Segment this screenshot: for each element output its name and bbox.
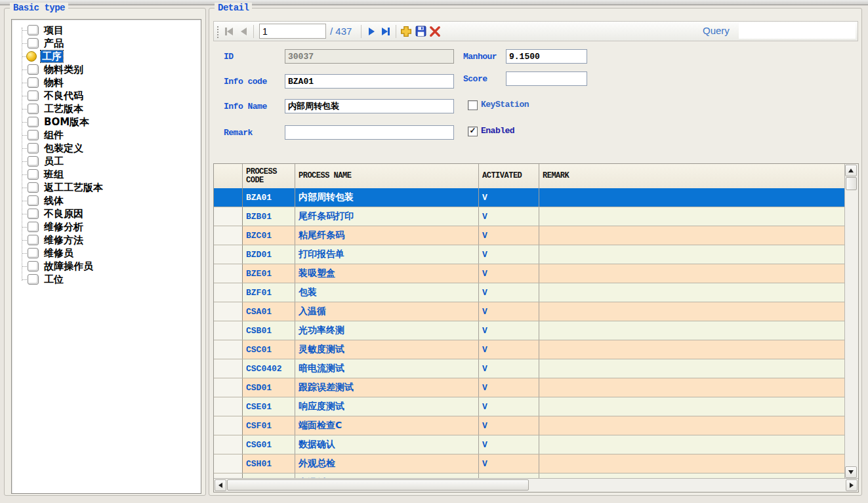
table-row[interactable]: CSF01 端面检查C V	[214, 416, 845, 435]
header-process-code[interactable]: PROCESS CODE	[243, 164, 295, 188]
current-record-input[interactable]	[259, 24, 326, 39]
table-row[interactable]: CSG01 数据确认 V	[214, 435, 845, 454]
tree-item[interactable]: BOM版本	[12, 115, 201, 129]
header-remark[interactable]: REMARK	[539, 164, 845, 188]
toolbar-grip[interactable]	[216, 25, 219, 38]
table-row[interactable]: CSB01 光功率终测 V	[214, 321, 845, 340]
tree-item[interactable]: 包装定义	[12, 142, 201, 155]
horizontal-scrollbar[interactable]	[214, 478, 858, 492]
query-button[interactable]: Query	[703, 25, 730, 36]
vertical-scrollbar[interactable]	[844, 164, 858, 479]
row-selector-cell[interactable]	[214, 378, 243, 397]
row-selector-cell[interactable]	[214, 435, 243, 454]
remark-field[interactable]	[285, 125, 454, 140]
row-selector-cell[interactable]	[214, 359, 243, 378]
table-row[interactable]: CSE01 响应度测试 V	[214, 397, 845, 416]
delete-record-button[interactable]	[428, 24, 442, 39]
table-row[interactable]: CSH01 外观总检 V	[214, 454, 845, 473]
row-selector-cell[interactable]	[214, 321, 243, 340]
process-code-cell: CSC01	[246, 345, 272, 355]
previous-record-button[interactable]	[236, 24, 251, 39]
table-row[interactable]: CSD01 跟踪误差测试 V	[214, 378, 845, 397]
info-code-field[interactable]	[285, 74, 454, 89]
activated-cell: V	[482, 326, 487, 336]
scroll-down-button[interactable]	[845, 466, 857, 478]
process-name-cell: 入温循	[299, 306, 326, 317]
row-selector-cell[interactable]	[214, 283, 243, 302]
row-selector-cell[interactable]	[214, 340, 243, 359]
last-record-button[interactable]	[379, 24, 393, 39]
process-name-cell: 端面检查C	[299, 420, 342, 432]
tree-item[interactable]: 产品	[12, 37, 201, 50]
tree-item[interactable]: 工艺版本	[12, 102, 201, 115]
info-code-label: Info code	[224, 77, 267, 87]
table-row[interactable]: BZA01 内部周转包装 V	[214, 188, 845, 207]
row-selector-cell[interactable]	[214, 226, 243, 245]
tree-item[interactable]: 维修分析	[12, 220, 201, 233]
add-record-button[interactable]	[399, 24, 413, 39]
activated-cell: V	[482, 440, 487, 450]
header-activated[interactable]: ACTIVATED	[479, 164, 539, 188]
table-row[interactable]: CSC01 灵敏度测试 V	[214, 340, 845, 359]
table-row[interactable]: CSA01 入温循 V	[214, 302, 845, 321]
table-row[interactable]: BZB01 尾纤条码打印 V	[214, 207, 845, 226]
keystation-label: KeyStation	[481, 100, 529, 110]
keystation-checkbox[interactable]	[468, 100, 478, 110]
query-input[interactable]	[739, 23, 856, 39]
tree-item[interactable]: 返工工艺版本	[12, 181, 201, 194]
tree-item[interactable]: 物料	[12, 76, 201, 89]
row-selector-cell[interactable]	[214, 245, 243, 264]
save-record-button[interactable]	[413, 24, 428, 39]
header-process-name[interactable]: PROCESS NAME	[295, 164, 479, 188]
row-selector-cell[interactable]	[214, 397, 243, 416]
tree-item[interactable]: 不良代码	[12, 89, 201, 102]
row-selector-cell[interactable]	[214, 416, 243, 435]
scroll-right-button[interactable]	[846, 479, 858, 491]
activated-cell: V	[482, 421, 487, 431]
row-selector-cell[interactable]	[214, 454, 243, 473]
process-code-cell: CSD01	[246, 383, 272, 393]
row-selector-cell[interactable]	[214, 207, 243, 226]
tree-item-label: 组件	[43, 129, 65, 141]
manhour-field[interactable]	[506, 49, 587, 64]
tree-item[interactable]: 工位	[12, 273, 201, 286]
table-row[interactable]: BZF01 包装 V	[214, 283, 845, 302]
process-code-cell: BZC01	[246, 231, 272, 241]
scroll-up-button[interactable]	[845, 165, 857, 176]
table-row[interactable]: BZC01 粘尾纤条码 V	[214, 226, 845, 245]
tree-item[interactable]: 维修方法	[12, 233, 201, 247]
tree-item[interactable]: 线体	[12, 194, 201, 207]
first-record-button[interactable]	[222, 24, 236, 39]
horizontal-scroll-thumb[interactable]	[227, 479, 529, 491]
tree-item[interactable]: 工序	[12, 50, 201, 63]
tree-item[interactable]: 故障操作员	[12, 260, 201, 273]
document-icon	[28, 235, 39, 245]
scroll-left-button[interactable]	[215, 479, 226, 491]
tree-item-label: 维修方法	[43, 234, 85, 246]
table-row[interactable]: BZD01 打印报告单 V	[214, 245, 845, 264]
tree-item[interactable]: 组件	[12, 129, 201, 142]
info-name-field[interactable]	[285, 99, 454, 113]
vertical-scroll-thumb[interactable]	[846, 177, 857, 190]
next-record-button[interactable]	[364, 24, 379, 39]
row-selector-cell[interactable]	[214, 264, 243, 283]
enabled-checkbox[interactable]	[468, 127, 478, 136]
table-row[interactable]: CSC0402 暗电流测试 V	[214, 359, 845, 378]
process-code-cell: CSF01	[246, 421, 272, 431]
tree-item[interactable]: 员工	[12, 155, 201, 168]
row-selector-cell[interactable]	[214, 188, 243, 207]
table-row[interactable]: BZE01 装吸塑盒 V	[214, 264, 845, 283]
tree-item-label: 物料	[43, 77, 65, 89]
basic-type-tree[interactable]: 项目 产品 工序 物料类别 物料 不良代码 工艺版本 BOM版本 组件 包装定义	[11, 19, 201, 494]
tree-item[interactable]: 物料类别	[12, 63, 201, 76]
tree-item[interactable]: 不良原因	[12, 207, 201, 220]
tree-item[interactable]: 维修员	[12, 247, 201, 260]
tree-item[interactable]: 班组	[12, 168, 201, 181]
score-field[interactable]	[506, 71, 587, 86]
tree-item[interactable]: 项目	[12, 24, 201, 37]
triangle-right-icon	[850, 483, 854, 488]
row-selector-cell[interactable]	[214, 302, 243, 321]
document-icon	[28, 222, 39, 232]
triangle-left-icon	[218, 483, 222, 488]
process-code-cell: BZF01	[246, 288, 272, 298]
